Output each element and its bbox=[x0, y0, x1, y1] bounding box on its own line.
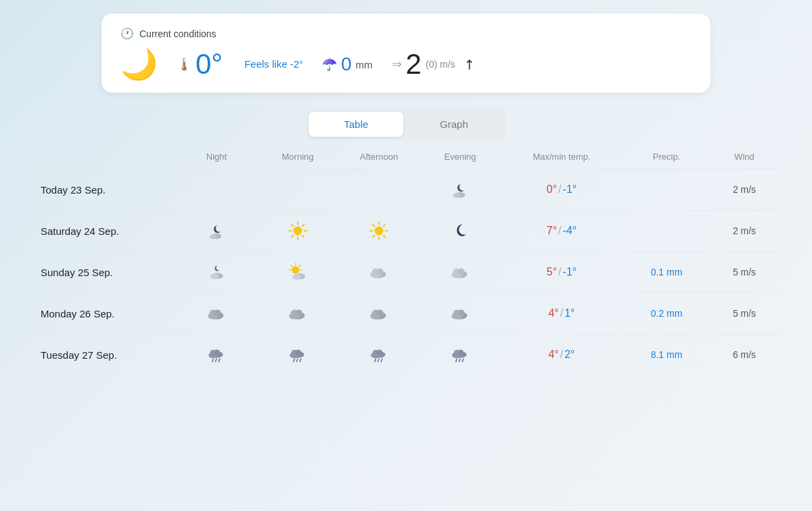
svg-line-84 bbox=[459, 359, 460, 361]
umbrella-icon: ☂️ bbox=[322, 57, 337, 72]
svg-point-3 bbox=[210, 234, 217, 239]
wind-4: 6 m/s bbox=[710, 349, 778, 360]
precip-unit: mm bbox=[356, 59, 373, 70]
svg-line-19 bbox=[384, 236, 385, 237]
svg-line-31 bbox=[299, 265, 300, 267]
col-header-date bbox=[41, 152, 176, 162]
svg-line-9 bbox=[292, 225, 293, 226]
morning-icon-4 bbox=[257, 344, 338, 365]
svg-point-4 bbox=[294, 227, 302, 236]
row-date: Monday 26 Sep. bbox=[41, 308, 176, 319]
col-header-night: Night bbox=[176, 152, 257, 162]
evening-icon-3 bbox=[420, 303, 501, 324]
svg-line-83 bbox=[456, 359, 457, 361]
weather-icon-current: 🌙 bbox=[120, 49, 158, 79]
table-header-row: Night Morning Afternoon Evening Max/min … bbox=[34, 152, 778, 169]
col-header-afternoon: Afternoon bbox=[338, 152, 420, 162]
toggle-group: Table Graph bbox=[306, 109, 506, 139]
svg-point-57 bbox=[458, 309, 465, 316]
svg-line-62 bbox=[212, 359, 214, 361]
current-precip: 0 bbox=[341, 53, 352, 75]
table-toggle-button[interactable]: Table bbox=[309, 112, 403, 137]
night-icon-3 bbox=[176, 303, 257, 324]
current-conditions-card: 🕐 Current conditions 🌙 🌡️ 0° Feels like … bbox=[102, 14, 710, 93]
temp-range-4: 4° / 2° bbox=[501, 349, 623, 361]
precip-3: 0.2 mm bbox=[623, 308, 710, 319]
svg-line-12 bbox=[292, 236, 293, 237]
wind-2: 5 m/s bbox=[710, 267, 778, 277]
svg-point-33 bbox=[292, 274, 301, 280]
wind-0: 2 m/s bbox=[710, 184, 778, 195]
current-wind-speed: 2 bbox=[406, 50, 422, 79]
svg-line-20 bbox=[384, 225, 385, 226]
svg-line-63 bbox=[215, 359, 217, 361]
row-date: Today 23 Sep. bbox=[41, 184, 176, 196]
evening-icon-4 bbox=[420, 344, 501, 365]
temperature-section: 🌡️ 0° bbox=[177, 50, 223, 79]
afternoon-icon-1 bbox=[338, 220, 420, 242]
temp-range-1: 7° / -4° bbox=[501, 225, 623, 237]
svg-point-45 bbox=[215, 309, 221, 316]
wind-section: ⇒ 2 (0) m/s ↗ bbox=[392, 50, 475, 79]
evening-icon-1 bbox=[420, 220, 501, 242]
svg-point-82 bbox=[457, 349, 464, 355]
svg-point-61 bbox=[214, 349, 220, 355]
precipitation-section: ☂️ 0 mm bbox=[322, 53, 373, 75]
svg-line-71 bbox=[300, 359, 301, 361]
table-row: Today 23 Sep. 0° / -1° 2 m/s bbox=[34, 169, 778, 210]
svg-line-78 bbox=[381, 359, 382, 361]
view-toggle-section: Table Graph bbox=[14, 109, 798, 139]
table-row: Monday 26 Sep. bbox=[34, 292, 778, 334]
svg-line-85 bbox=[462, 359, 464, 361]
precip-4: 8.1 mm bbox=[623, 349, 710, 360]
morning-icon-1 bbox=[257, 220, 338, 242]
col-header-precip: Precip. bbox=[623, 152, 710, 162]
svg-point-13 bbox=[375, 227, 384, 236]
svg-point-24 bbox=[292, 266, 299, 273]
col-header-wind: Wind bbox=[710, 152, 778, 162]
svg-point-41 bbox=[458, 268, 465, 275]
svg-line-18 bbox=[373, 225, 374, 226]
graph-toggle-button[interactable]: Graph bbox=[405, 112, 503, 137]
col-header-temp: Max/min temp. bbox=[501, 152, 623, 162]
svg-line-64 bbox=[219, 359, 220, 361]
wind-icon: ⇒ bbox=[392, 57, 402, 72]
table-row: Saturday 24 Sep. bbox=[34, 210, 778, 251]
wind-3: 5 m/s bbox=[710, 308, 778, 319]
temp-range-2: 5° / -1° bbox=[501, 266, 623, 278]
svg-point-75 bbox=[376, 349, 382, 355]
svg-line-21 bbox=[373, 236, 374, 237]
svg-line-11 bbox=[302, 225, 304, 226]
evening-icon-0 bbox=[420, 179, 501, 200]
svg-point-49 bbox=[296, 309, 302, 316]
wind-direction-arrow: ↗ bbox=[459, 55, 479, 74]
svg-line-10 bbox=[302, 236, 304, 237]
svg-line-69 bbox=[294, 359, 295, 361]
col-header-evening: Evening bbox=[420, 152, 501, 162]
afternoon-icon-2 bbox=[338, 261, 420, 283]
morning-icon-3 bbox=[257, 303, 338, 324]
thermometer-icon: 🌡️ bbox=[177, 57, 191, 72]
table-row: Sunday 25 Sep. bbox=[34, 251, 778, 292]
svg-point-37 bbox=[377, 268, 384, 275]
svg-line-76 bbox=[375, 359, 376, 361]
current-main: 🌙 🌡️ 0° Feels like -2° ☂️ 0 mm ⇒ 2 (0) m… bbox=[120, 49, 692, 79]
svg-point-1 bbox=[453, 193, 461, 198]
svg-point-53 bbox=[377, 309, 384, 316]
afternoon-icon-4 bbox=[338, 344, 420, 365]
current-temperature: 0° bbox=[196, 50, 223, 79]
temp-range-0: 0° / -1° bbox=[501, 183, 623, 196]
feels-like-value: -2° bbox=[290, 58, 303, 70]
row-date: Tuesday 27 Sep. bbox=[41, 349, 176, 361]
night-icon-1 bbox=[176, 220, 257, 242]
afternoon-icon-3 bbox=[338, 303, 420, 324]
svg-line-70 bbox=[296, 359, 298, 361]
feels-like-section: Feels like -2° bbox=[242, 58, 303, 70]
forecast-table: Night Morning Afternoon Evening Max/min … bbox=[34, 152, 778, 375]
clock-icon: 🕐 bbox=[120, 27, 134, 40]
morning-icon-2 bbox=[257, 261, 338, 283]
temp-range-3: 4° / 1° bbox=[501, 307, 623, 319]
table-row: Tuesday 27 Sep. bbox=[34, 334, 778, 375]
row-date: Sunday 25 Sep. bbox=[41, 267, 176, 278]
evening-icon-2 bbox=[420, 261, 501, 283]
